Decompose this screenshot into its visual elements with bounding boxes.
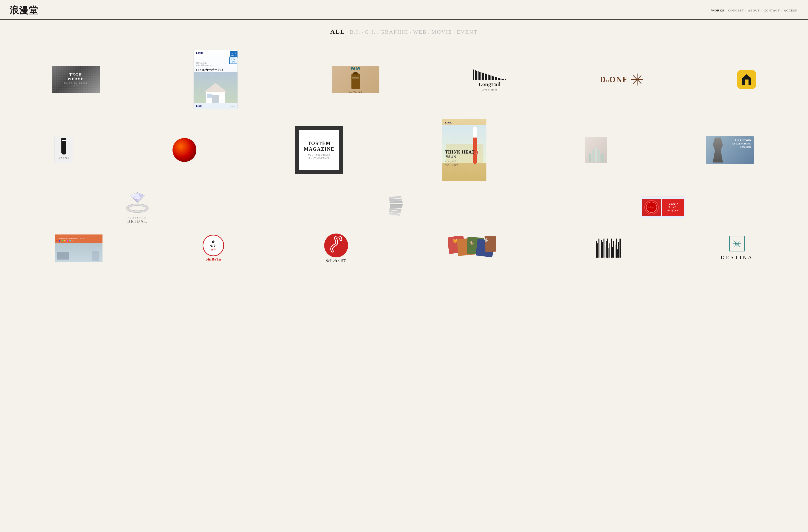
work-gurunavi[interactable]: ぐるなびスーパー●ポイント (641, 196, 685, 218)
lixil-title: LIXILカーポートSC (196, 68, 224, 72)
nav-works[interactable]: WORKS (710, 8, 726, 13)
nav-access[interactable]: ACCESS (783, 8, 798, 13)
filter-ci[interactable]: C.I. (365, 29, 376, 35)
think-heat-sub: ヒトと地球にやさしい温度 (445, 160, 480, 167)
work-map-swatches[interactable]: 🐱 🐕 🐇 (448, 236, 496, 260)
barcode-logo-graphic (596, 239, 621, 258)
matsumoto-label: 松本つなぐ横丁 (326, 259, 346, 263)
app-icon-graphic (737, 70, 756, 89)
work-destina[interactable]: DESTINA (721, 236, 753, 261)
filter-all[interactable]: ALL (330, 28, 345, 35)
destina-icon-graphic (729, 236, 745, 251)
work-shibata[interactable]: 食知力 60TH ShiBaTa (203, 235, 224, 262)
lixil-footer: LIXIL (196, 105, 202, 107)
svg-rect-22 (390, 204, 403, 206)
work-danskin[interactable]: RIKA HONGOAS EXERCISINGDANSKIN (706, 136, 754, 164)
work-barcode-logo[interactable] (596, 239, 621, 258)
think-heat-japanese: 考えよう (445, 155, 480, 159)
shibata-circle-graphic: 食知力 60TH (203, 235, 224, 256)
work-marvis[interactable]: MARVIS ⬡ (54, 137, 73, 163)
supplement-name: カンプルヘルス (349, 91, 362, 93)
svg-rect-24 (389, 208, 401, 211)
gurunavi-left (642, 199, 661, 216)
longtail-subtitle: LiveStation (481, 88, 498, 91)
bridal-label: BRIDAL (127, 219, 148, 224)
lifestyle-title: Lifestyle collection 2016 (58, 238, 85, 240)
work-lifestyle[interactable]: Lifestyle collection 2016 (55, 234, 103, 262)
doone-text: DoONE (600, 75, 628, 84)
svg-rect-23 (390, 206, 402, 208)
nav-about[interactable]: ABOUT (746, 8, 761, 13)
think-heat-title: THINK HEAT🌡️ (445, 150, 480, 155)
work-skincare[interactable] (585, 137, 607, 163)
lixil-sub: 追求したのは、住宅に調和するデザイン。 (196, 62, 216, 66)
destina-text: DESTINA (721, 254, 753, 261)
platinum-ring-graphic (123, 191, 152, 214)
filter-bar: ALL / B.I. / C.I. / GRAPHIC / WEB / MOVI… (0, 20, 808, 40)
lixil-heat-brand: LIXIL (445, 121, 452, 124)
platinum-label: PLATINUM (127, 216, 148, 219)
work-color-circle[interactable] (172, 138, 196, 162)
header: 浪漫堂 WORKS / CONCEPT / ABOUT / CONTACT / … (0, 0, 808, 20)
svg-rect-21 (390, 201, 403, 203)
map-swatches-graphic: 🐱 🐕 🐇 (448, 236, 496, 260)
matsumoto-circle-graphic (324, 233, 348, 258)
lixil-badge: NEWワイド登場 (229, 57, 237, 64)
works-grid: TECH WEAVE 素材をテクノロジーに変えるブランド LIXIL カーポート… (0, 40, 808, 277)
nav-contact[interactable]: CONTACT (763, 8, 781, 13)
filter-web[interactable]: WEB (413, 29, 427, 35)
grid-row-2: MARVIS ⬡ TOSTEMMAGAZINE 窓辺から住まいと暮らしを楽しくす… (7, 114, 801, 186)
tech-weave-sub: 素材をテクノロジーに変えるブランド (64, 82, 88, 87)
svg-rect-20 (389, 199, 402, 201)
site-logo[interactable]: 浪漫堂 (10, 4, 38, 17)
marvis-sub: ⬡ (63, 160, 65, 162)
marvis-label: MARVIS (58, 157, 69, 159)
work-book-stack[interactable] (388, 195, 404, 219)
filter-graphic[interactable]: GRAPHIC (380, 29, 408, 35)
longtail-wave-graphic (473, 68, 506, 80)
lixil-year: 2018.4 (231, 105, 235, 107)
tech-weave-title: TECH WEAVE (64, 73, 88, 81)
supplement-logo: MM (351, 66, 360, 72)
work-longtail[interactable]: LongTail LiveStation (473, 68, 506, 91)
filter-event[interactable]: EVENT (457, 29, 478, 35)
svg-rect-3 (207, 94, 212, 98)
svg-rect-11 (745, 79, 749, 85)
main-nav: WORKS / CONCEPT / ABOUT / CONTACT / ACCE… (710, 8, 798, 13)
work-doone[interactable]: DoONE (600, 74, 643, 86)
gurunavi-right: ぐるなびスーパー●ポイント (662, 199, 684, 216)
book-stack-graphic (388, 195, 404, 219)
work-app-icon[interactable] (737, 70, 756, 89)
filter-bi[interactable]: B.I. (350, 29, 361, 35)
tostem-sub: 窓辺から住まいと暮らしを楽しくするWEBマガジン (308, 154, 331, 159)
lixil-brand: LIXIL (196, 52, 204, 54)
shibata-name: ShiBaTa (205, 257, 221, 262)
tostem-title: TOSTEMMAGAZINE (304, 140, 334, 152)
color-circle-graphic (172, 138, 196, 162)
svg-rect-19 (389, 196, 401, 199)
grid-row-4: Lifestyle collection 2016 (7, 229, 801, 267)
work-tech-weave[interactable]: TECH WEAVE 素材をテクノロジーに変えるブランド (52, 66, 99, 93)
svg-rect-2 (212, 95, 219, 103)
skincare-graphic (585, 137, 607, 163)
grid-row-3: PLATINUM BRIDAL (7, 186, 801, 229)
work-lixil-catalog[interactable]: LIXIL カーポートSC NEWワイド登場 追求したのは、住宅に調和するデザイ… (194, 50, 238, 109)
work-tostem[interactable]: TOSTEMMAGAZINE 窓辺から住まいと暮らしを楽しくするWEBマガジン (295, 126, 343, 174)
doone-cross-icon (631, 74, 643, 86)
work-platinum-bridal[interactable]: PLATINUM BRIDAL (123, 191, 152, 224)
filter-movie[interactable]: MOVIE (431, 29, 452, 35)
nav-concept[interactable]: CONCEPT (727, 8, 746, 13)
work-matsumoto[interactable]: 松本つなぐ横丁 (324, 233, 348, 263)
work-lixil-heat[interactable]: LIXIL THINK HEAT🌡️ 考えよう ヒトと地球にやさしい温度 (442, 119, 486, 181)
svg-marker-0 (204, 83, 227, 92)
danskin-label: RIKA HONGOAS EXERCISINGDANSKIN (732, 139, 751, 149)
work-supplement[interactable]: MM カンプルヘルス (332, 66, 380, 93)
grid-row-1: TECH WEAVE 素材をテクノロジーに変えるブランド LIXIL カーポート… (7, 45, 801, 114)
longtail-title: LongTail (479, 81, 501, 88)
